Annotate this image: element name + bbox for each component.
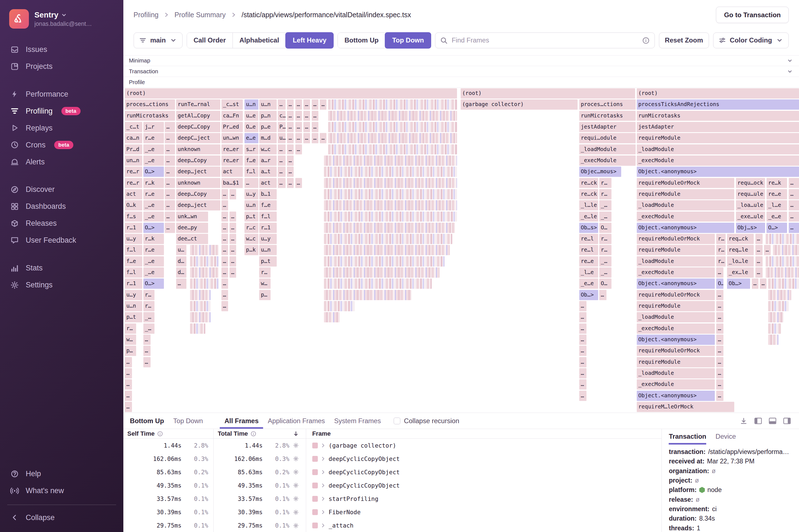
expand-chevron-icon[interactable] [321, 443, 326, 448]
flame-frame[interactable]: act [221, 167, 243, 177]
section-transaction[interactable]: Transaction [123, 66, 799, 77]
flame-frame[interactable]: d… [176, 256, 186, 267]
flame-frame[interactable]: … [789, 189, 799, 200]
flame-frame[interactable]: re…ck [579, 178, 598, 188]
layout-right-panel-icon[interactable] [783, 417, 791, 424]
flame-frame[interactable]: (root) [461, 88, 635, 99]
flame-frame[interactable]: … [320, 133, 327, 143]
flame-frame[interactable]: m…d [259, 133, 277, 143]
table-row[interactable]: 85.63ms0.2%85.63ms0.2%deepCyclicCopyObje… [123, 466, 662, 479]
flame-frame[interactable]: (garbage collector) [461, 99, 578, 110]
flame-frame[interactable]: runMicrotasks [637, 111, 799, 121]
flame-frame[interactable]: runTe…rnal [176, 99, 220, 110]
flame-frame[interactable]: u…e [244, 111, 258, 121]
flame-frame[interactable]: … [221, 223, 228, 233]
flame-frame[interactable]: _… [599, 212, 612, 222]
self-time-column-header[interactable]: Self Time [127, 430, 163, 437]
flame-frame[interactable]: requireModuleOrMock [637, 234, 715, 244]
flame-frame[interactable]: f…e [125, 256, 142, 267]
flame-frame[interactable]: ba…$1 [221, 178, 243, 188]
flame-frame[interactable]: … [764, 245, 771, 255]
flame-frame[interactable]: O… [716, 279, 723, 289]
flame-frame[interactable]: proces…ctions [579, 99, 636, 110]
flame-frame[interactable]: … [165, 223, 175, 233]
flame-frame[interactable]: _… [599, 267, 612, 278]
flame-frame[interactable]: Obj…s> [736, 223, 765, 233]
flame-frame[interactable]: runMicrotasks [579, 111, 636, 121]
flame-frame[interactable]: p…k [244, 245, 258, 255]
view-bottom-up-button[interactable]: Bottom Up [338, 33, 385, 48]
flame-frame[interactable]: r…1 [125, 279, 142, 289]
flame-frame[interactable]: w…c [244, 234, 258, 244]
flame-frame[interactable]: … [755, 234, 763, 244]
flame-frame[interactable]: r… [716, 256, 725, 267]
frame-column-header[interactable]: Frame [312, 430, 331, 437]
flame-frame[interactable]: _e…e [579, 279, 598, 289]
expand-chevron-icon[interactable] [321, 483, 326, 488]
table-row[interactable]: 162.06ms0.3%162.06ms0.3%deepCyclicCopyOb… [123, 452, 662, 466]
flame-frame[interactable]: _execModule [637, 267, 715, 278]
flame-frame[interactable]: re…r [125, 167, 142, 177]
flame-frame[interactable]: a…r [259, 155, 277, 166]
flame-frame[interactable]: … [221, 212, 228, 222]
flame-frame[interactable]: jestAdapter [637, 122, 799, 132]
flame-frame[interactable]: requ…ule [736, 189, 765, 200]
flame-frame[interactable]: r…1 [259, 223, 277, 233]
flame-frame[interactable]: re…er [221, 145, 243, 155]
flame-frame[interactable]: un…wn [221, 133, 243, 143]
sidebar-item-releases[interactable]: Releases [0, 215, 123, 232]
flame-frame[interactable]: … [143, 335, 151, 345]
flame-frame[interactable]: w… [259, 279, 271, 289]
flame-frame[interactable]: requireModule [637, 357, 715, 367]
flame-frame[interactable]: … [221, 234, 228, 244]
breadcrumb-profiling[interactable]: Profiling [134, 11, 159, 19]
flame-frame[interactable]: … [755, 256, 763, 267]
flame-frame[interactable]: f…e [244, 155, 258, 166]
download-icon[interactable] [740, 417, 748, 424]
flame-frame[interactable]: _… [143, 323, 155, 334]
flame-frame[interactable]: … [312, 111, 318, 121]
flame-frame[interactable]: requireM…leOrMock [637, 402, 734, 412]
flame-frame[interactable]: … [229, 234, 236, 244]
flame-frame[interactable]: … [165, 200, 175, 210]
flame-frame[interactable]: … [287, 133, 294, 143]
tab-all-frames[interactable]: All Frames [220, 413, 263, 429]
flame-frame[interactable]: u… [278, 133, 285, 143]
sidebar-item-user-feedback[interactable]: User Feedback [0, 232, 123, 249]
flame-frame[interactable]: _…e [143, 200, 164, 210]
flame-frame[interactable]: _…e [143, 256, 164, 267]
flame-frame[interactable]: proces…ctions [125, 99, 175, 110]
flame-frame[interactable]: O…k [125, 200, 142, 210]
flame-frame[interactable]: … [229, 256, 236, 267]
flame-frame[interactable]: … [755, 267, 763, 278]
flame-frame[interactable]: Objec…mous> [579, 167, 621, 177]
chevron-down-icon[interactable] [787, 58, 793, 63]
flame-frame[interactable]: _execModule [579, 155, 636, 166]
flame-frame[interactable]: processTicksAndRejections [637, 99, 799, 110]
flame-frame[interactable]: Object.<anonymous> [637, 335, 715, 345]
flame-frame[interactable]: r…e [143, 189, 164, 200]
gear-icon[interactable] [289, 482, 302, 489]
flame-frame[interactable]: _lo…le [727, 256, 754, 267]
flame-frame[interactable]: Pr…d [125, 145, 142, 155]
flame-frame[interactable]: … [221, 245, 228, 255]
flame-frame[interactable]: deepC…ject [176, 133, 220, 143]
flame-frame[interactable]: … [579, 379, 587, 390]
flame-frame[interactable]: _loadModule [637, 312, 715, 322]
flame-frame[interactable]: act [125, 189, 142, 200]
flame-frame[interactable]: requ…ock [736, 178, 765, 188]
flame-frame[interactable]: … [165, 189, 175, 200]
flame-frame[interactable]: … [716, 335, 723, 345]
flame-frame[interactable]: r… [599, 245, 612, 255]
flame-frame[interactable]: r… [599, 234, 612, 244]
table-row[interactable]: 33.57ms0.1%33.57ms0.1%startProfiling [123, 492, 662, 506]
flame-frame[interactable]: _l…e [766, 200, 787, 210]
flame-frame[interactable]: … [716, 301, 723, 311]
flame-frame[interactable]: (root) [125, 88, 457, 99]
flame-frame[interactable]: … [221, 200, 228, 210]
flame-frame[interactable]: f…l [259, 212, 277, 222]
flame-frame[interactable]: … [229, 267, 236, 278]
flame-frame[interactable]: _loadModule [637, 256, 715, 267]
flame-frame[interactable]: … [287, 155, 294, 166]
flame-frame[interactable]: … [579, 335, 587, 345]
